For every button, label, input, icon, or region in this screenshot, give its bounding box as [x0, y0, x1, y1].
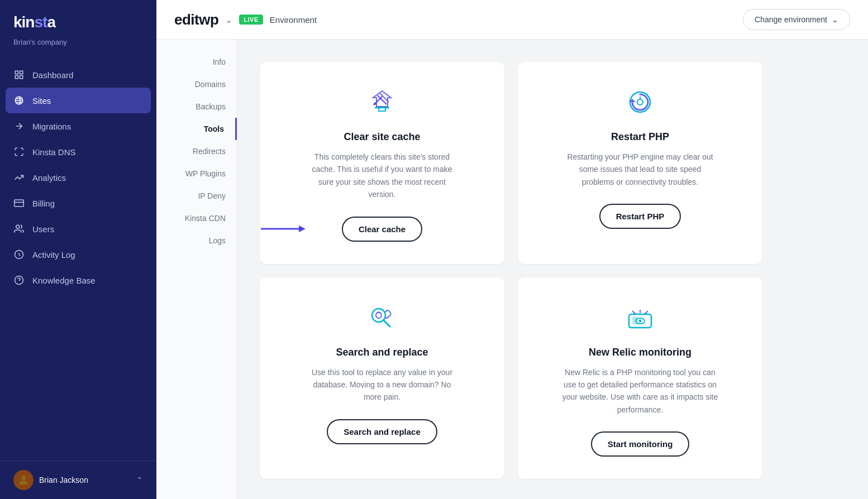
sub-nav-item-ip-deny[interactable]: IP Deny	[156, 185, 237, 207]
user-info: Brian Jackson	[13, 470, 88, 490]
svg-rect-5	[15, 200, 24, 207]
sub-nav-item-logs[interactable]: Logs	[156, 229, 237, 252]
users-icon	[13, 223, 25, 234]
kinsta-dns-icon	[13, 146, 25, 157]
sidebar-item-migrations[interactable]: Migrations	[0, 113, 156, 139]
clear-cache-button[interactable]: Clear cache	[342, 217, 422, 242]
svg-point-7	[16, 225, 20, 228]
sidebar-item-dashboard[interactable]: Dashboard	[0, 62, 156, 88]
restart-php-icon	[622, 84, 658, 120]
new-relic-title: New Relic monitoring	[589, 347, 691, 358]
sidebar-item-label-kinsta-dns: Kinsta DNS	[32, 147, 76, 157]
sub-nav-item-wp-plugins[interactable]: WP Plugins	[156, 162, 237, 185]
sidebar: kinsta Brian's company Dashboard Sites M…	[0, 0, 156, 499]
restart-php-description: Restarting your PHP engine may clear out…	[562, 151, 718, 188]
analytics-icon	[13, 172, 25, 183]
search-replace-icon	[364, 300, 400, 335]
sidebar-item-billing[interactable]: Billing	[0, 190, 156, 216]
sidebar-item-label-sites: Sites	[32, 96, 51, 105]
clear-cache-title: Clear site cache	[344, 131, 420, 143]
sidebar-item-users[interactable]: Users	[0, 216, 156, 242]
activity-log-icon	[13, 249, 25, 260]
sidebar-nav: Dashboard Sites Migrations Kinsta DNS An	[0, 57, 156, 460]
clear-cache-icon	[364, 84, 400, 120]
search-replace-button[interactable]: Search and replace	[327, 419, 437, 444]
site-chevron-icon[interactable]: ⌄	[225, 15, 232, 25]
change-environment-button[interactable]: Change environment ⌄	[743, 9, 850, 30]
svg-rect-3	[15, 76, 18, 79]
clear-cache-card: Clear site cache This completely clears …	[260, 62, 504, 264]
svg-point-11	[21, 476, 26, 480]
dashboard-icon	[13, 69, 25, 80]
sidebar-footer: Brian Jackson ⌃	[0, 460, 156, 499]
change-env-label: Change environment	[755, 15, 827, 24]
search-replace-title: Search and replace	[336, 347, 428, 358]
clear-cache-button-wrapper: Clear cache	[278, 217, 487, 242]
search-replace-description: Use this tool to replace any value in yo…	[304, 366, 460, 404]
company-name: Brian's company	[0, 36, 156, 57]
new-relic-description: New Relic is a PHP monitoring tool you c…	[562, 366, 718, 416]
sub-nav-item-backups[interactable]: Backups	[156, 95, 237, 118]
logo-area: kinsta	[0, 0, 156, 36]
sites-icon	[13, 95, 25, 106]
svg-rect-0	[15, 71, 18, 74]
live-badge: LIVE	[239, 15, 263, 25]
site-name: editwp	[174, 11, 218, 28]
sub-nav-item-kinsta-cdn[interactable]: Kinsta CDN	[156, 207, 237, 229]
environment-label: Environment	[270, 15, 317, 25]
change-env-chevron-icon: ⌄	[832, 15, 838, 24]
sub-nav-item-tools[interactable]: Tools	[156, 118, 237, 140]
sidebar-item-activity-log[interactable]: Activity Log	[0, 242, 156, 267]
avatar	[13, 470, 34, 490]
header-left: editwp ⌄ LIVE Environment	[174, 11, 317, 28]
search-replace-card: Search and replace Use this tool to repl…	[260, 277, 504, 479]
purple-arrow	[261, 223, 306, 234]
sidebar-item-label-dashboard: Dashboard	[32, 70, 73, 80]
start-monitoring-button[interactable]: Start monitoring	[591, 431, 690, 457]
svg-rect-1	[20, 71, 23, 74]
restart-php-card: Restart PHP Restarting your PHP engine m…	[518, 62, 762, 264]
sub-nav-item-redirects[interactable]: Redirects	[156, 140, 237, 162]
user-name: Brian Jackson	[39, 476, 88, 484]
sidebar-item-sites[interactable]: Sites	[6, 88, 151, 113]
svg-point-26	[639, 319, 642, 322]
tools-content: Clear site cache This completely clears …	[237, 40, 868, 499]
sub-nav-item-domains[interactable]: Domains	[156, 73, 237, 95]
sidebar-item-label-migrations: Migrations	[32, 122, 71, 131]
sidebar-item-label-activity-log: Activity Log	[32, 250, 75, 260]
sidebar-item-knowledge-base[interactable]: Knowledge Base	[0, 267, 156, 293]
sidebar-item-label-users: Users	[32, 224, 54, 234]
billing-icon	[13, 198, 25, 209]
new-relic-icon	[622, 300, 658, 335]
sub-nav-item-info[interactable]: Info	[156, 51, 237, 73]
logo: kinsta	[13, 13, 143, 31]
sidebar-item-label-knowledge-base: Knowledge Base	[32, 276, 96, 285]
svg-marker-16	[299, 225, 306, 232]
restart-php-button[interactable]: Restart PHP	[599, 204, 681, 229]
main-area: editwp ⌄ LIVE Environment Change environ…	[156, 0, 868, 499]
restart-php-title: Restart PHP	[611, 131, 669, 143]
migrations-icon	[13, 121, 25, 132]
sub-nav: Info Domains Backups Tools Redirects WP …	[156, 40, 237, 499]
svg-rect-2	[20, 76, 23, 79]
sidebar-item-analytics[interactable]: Analytics	[0, 165, 156, 190]
new-relic-card: New Relic monitoring New Relic is a PHP …	[518, 277, 762, 479]
clear-cache-description: This completely clears this site's store…	[304, 151, 460, 201]
svg-point-19	[637, 99, 643, 105]
content-area: Info Domains Backups Tools Redirects WP …	[156, 40, 868, 499]
header: editwp ⌄ LIVE Environment Change environ…	[156, 0, 868, 40]
sidebar-item-label-billing: Billing	[32, 199, 55, 208]
user-chevron-up-icon[interactable]: ⌃	[136, 476, 143, 484]
tools-grid: Clear site cache This completely clears …	[260, 62, 762, 479]
knowledge-base-icon	[13, 275, 25, 286]
sidebar-item-kinsta-dns[interactable]: Kinsta DNS	[0, 139, 156, 165]
sidebar-item-label-analytics: Analytics	[32, 173, 66, 183]
